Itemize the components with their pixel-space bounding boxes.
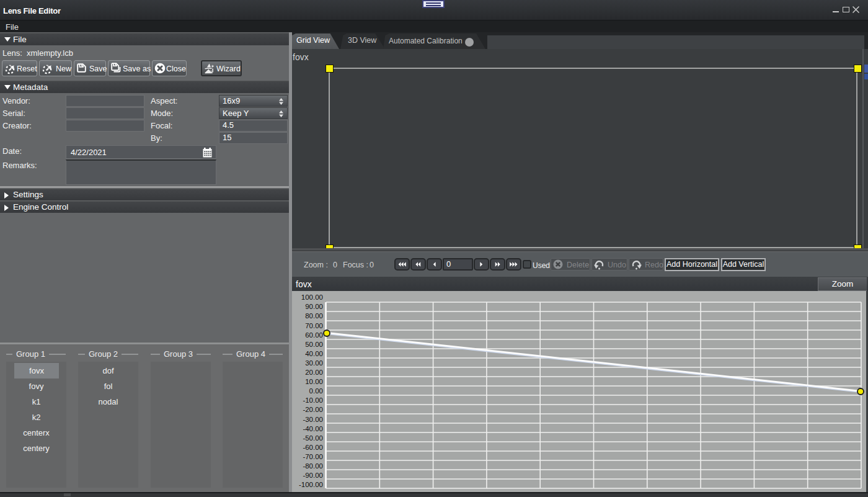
- svg-text:-40.00: -40.00: [303, 425, 323, 432]
- svg-text:0.00: 0.00: [309, 387, 323, 395]
- svg-text:-60.00: -60.00: [303, 444, 323, 451]
- svg-text:20.00: 20.00: [305, 369, 323, 376]
- svg-text:100.00: 100.00: [301, 293, 323, 301]
- svg-text:30.00: 30.00: [305, 359, 323, 367]
- svg-text:-20.00: -20.00: [303, 406, 323, 413]
- svg-text:-10.00: -10.00: [303, 396, 323, 404]
- svg-text:60.00: 60.00: [305, 331, 323, 339]
- svg-text:-80.00: -80.00: [303, 462, 323, 470]
- svg-text:-50.00: -50.00: [303, 434, 323, 442]
- svg-text:80.00: 80.00: [305, 312, 323, 320]
- svg-text:-30.00: -30.00: [303, 416, 323, 423]
- svg-text:70.00: 70.00: [305, 322, 323, 329]
- svg-text:40.00: 40.00: [305, 350, 323, 357]
- svg-text:-100.00: -100.00: [299, 481, 323, 488]
- svg-text:90.00: 90.00: [305, 303, 323, 310]
- svg-text:-70.00: -70.00: [303, 453, 323, 460]
- svg-text:10.00: 10.00: [305, 378, 323, 385]
- svg-text:-90.00: -90.00: [303, 472, 323, 479]
- svg-text:50.00: 50.00: [305, 341, 323, 348]
